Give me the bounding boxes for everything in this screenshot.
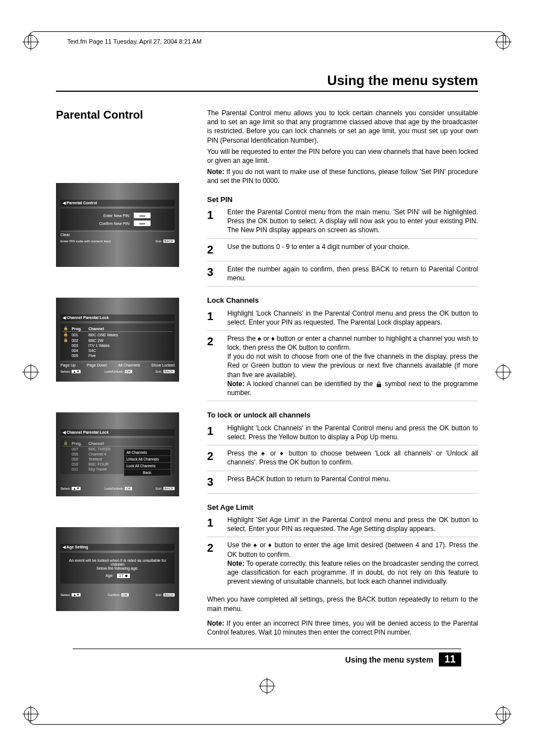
confirm-pin-label: Confirm New PIN [85, 222, 129, 226]
content: Using the menu system Parental Control ◀… [56, 73, 478, 642]
step: 3Enter the number again to confirm, then… [207, 265, 478, 287]
page-title: Using the menu system [56, 73, 478, 92]
shot2-title: ◀ Channel Parental Lock [60, 314, 175, 321]
crop-mark-icon [22, 706, 39, 722]
step: 3Press BACK button to return to Parental… [207, 475, 478, 494]
right-column: The Parental Control menu allows you to … [207, 109, 478, 642]
crop-mark-icon [495, 706, 512, 722]
crop-mark-icon [259, 678, 275, 694]
shot3-title: ◀ Channel Parental Lock [60, 429, 175, 436]
back-tag: BACK [163, 240, 175, 243]
bottom-crop-rule [28, 711, 506, 725]
shot4-title: ◀ Age Setting [60, 544, 175, 551]
header-meta: Text.fm Page 11 Tuesday, April 27, 2004 … [67, 38, 202, 45]
enter-pin-label: Enter New PIN [85, 214, 129, 218]
step: 2Press the ♠ or ♦ button to choose betwe… [207, 449, 478, 471]
channel-row: 🔒001BBC ONE Wales [63, 332, 172, 337]
confirm-pin-box: •••• [134, 220, 151, 226]
intro-note: Note: If you do not want to make use of … [207, 167, 478, 185]
shot1-body: Enter New PIN •••• Confirm New PIN •••• [60, 209, 175, 230]
screenshot-lock-channels: ◀ Channel Parental Lock 🔒 Prog. Channel … [56, 298, 179, 382]
channel-row: 003ITV 1 Wales [63, 343, 172, 348]
intro-p2: You will be requested to enter the PIN b… [207, 147, 478, 165]
subhead-lock-channels: Lock Channels [207, 295, 478, 306]
screenshot-lock-all: ◀ Channel Parental Lock 🔒 Prog. Channel … [56, 412, 179, 496]
step: 2 Use the ♠ or ♦ button to enter the age… [207, 541, 478, 589]
clear-label: Clear [60, 233, 70, 237]
page-number: 11 [439, 652, 461, 666]
channel-row: 005Five [63, 353, 172, 358]
step: 1Highlight 'Set Age Limit' in the Parent… [207, 515, 478, 537]
popup-menu: All Channels Unlock All Channels Lock Al… [124, 449, 171, 476]
step: 1Enter the Parental Control menu from th… [207, 208, 478, 239]
pin-hint: Enter PIN code with numeric keys [60, 240, 111, 243]
subhead-lock-all: To lock or unlock all channels [207, 410, 478, 420]
channel-row: 🔒002BBC 2W [63, 337, 172, 343]
left-column: Parental Control ◀ Parental Control Ente… [56, 109, 196, 642]
screenshot-set-pin: ◀ Parental Control Enter New PIN •••• Co… [56, 183, 179, 267]
crop-mark-icon [495, 34, 512, 50]
svg-rect-0 [377, 384, 381, 387]
step: 1Highlight 'Lock Channels' in the Parent… [207, 309, 478, 331]
shot1-title: ◀ Parental Control [60, 200, 175, 206]
subhead-set-age: Set Age Limit [207, 503, 478, 513]
page-footer: Using the menu system 11 [73, 649, 461, 666]
final-note: Note: If you enter an incorrect PIN thre… [207, 619, 478, 637]
crop-mark-icon [22, 364, 39, 381]
footer-label: Using the menu system [345, 655, 433, 664]
step: 2Use the buttons 0 - 9 to enter a 4 digi… [207, 242, 478, 261]
body-columns: Parental Control ◀ Parental Control Ente… [56, 109, 478, 642]
page: Text.fm Page 11 Tuesday, April 27, 2004 … [0, 0, 534, 756]
channel-row: 004S4C [63, 348, 172, 353]
screenshot-age-setting: ◀ Age Setting An event will be locked wh… [56, 527, 179, 611]
crop-mark-icon [22, 34, 39, 50]
closing: When you have completed all settings, pr… [207, 595, 478, 613]
step: 1Highlight 'Lock Channels' in the Parent… [207, 424, 478, 445]
intro-p1: The Parental Control menu allows you to … [207, 109, 478, 145]
enter-pin-box: •••• [134, 213, 151, 218]
step: 2 Press the ♠ or ♦ button or enter a cha… [207, 334, 478, 401]
crop-mark-icon [495, 364, 512, 381]
subhead-set-pin: Set PIN [207, 195, 478, 205]
lock-icon [376, 381, 382, 388]
section-heading: Parental Control [56, 109, 196, 121]
